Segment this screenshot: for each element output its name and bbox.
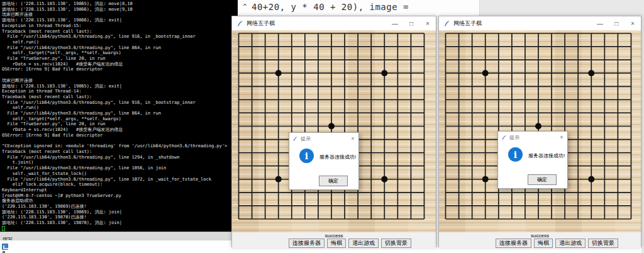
board-grid (232, 30, 436, 232)
window-titlebar[interactable]: 网络五子棋 — □ × (439, 16, 641, 30)
status-text: success (439, 232, 641, 239)
code-editor-strip[interactable]: ^ 40+20, y * 40 + 20), image = (238, 0, 480, 16)
terminal-cursor (2, 226, 5, 231)
info-icon: i (299, 149, 314, 163)
window-title: 网络五子棋 (453, 20, 482, 28)
game-board[interactable]: 提示 × i 服务器连接成功! 确定 (232, 30, 436, 232)
ok-button[interactable]: 确定 (319, 176, 348, 186)
tk-feather-icon (292, 136, 298, 142)
close-button[interactable]: × (625, 16, 641, 30)
close-button[interactable]: × (419, 16, 436, 30)
terminal-output: 源地址: ('220.115.183.130', 19865), 消息: mov… (0, 0, 238, 226)
maximize-button[interactable]: □ (403, 16, 419, 30)
undo-move-button[interactable]: 悔棋 (327, 239, 346, 248)
gomoku-window-2: 网络五子棋 — □ × 提示 × i 服务器连接成功! 确定 success (438, 16, 641, 247)
desktop-background (480, 0, 644, 16)
window-titlebar[interactable]: 网络五子棋 — □ × (232, 16, 436, 30)
compose-titlebar[interactable]: 撰写 (0, 232, 238, 240)
dialog-titlebar[interactable]: 提示 × (289, 133, 358, 144)
maximize-button[interactable]: □ (608, 16, 625, 30)
undo-move-button[interactable]: 悔棋 (534, 239, 553, 248)
tk-feather-icon (501, 135, 507, 140)
dialog-title: 提示 (509, 134, 519, 141)
connect-server-button[interactable]: 连接服务器 (496, 239, 531, 248)
editor-code-line: 40+20, y * 40 + 20), image = (252, 2, 409, 12)
gomoku-window-1: 网络五子棋 — □ × 提示 × i 服务器连接成功! 确定 success (231, 16, 436, 247)
info-icon: i (508, 147, 523, 162)
ok-button[interactable]: 确定 (528, 174, 557, 185)
minimize-button[interactable]: — (387, 16, 403, 30)
desktop-background-edge (641, 16, 644, 253)
window-title: 网络五子棋 (247, 20, 275, 28)
tk-feather-icon (236, 20, 243, 27)
terminal-window[interactable]: 源地址: ('220.115.183.130', 19865), 消息: mov… (0, 0, 238, 232)
editor-caret: ^ (243, 3, 247, 11)
dialog-close-icon[interactable]: × (556, 132, 567, 143)
dialog-message: 服务器连接成功! (319, 154, 356, 160)
dialog-message: 服务器连接成功! (528, 152, 565, 159)
exit-game-button[interactable]: 退出游戏 (348, 239, 379, 248)
exit-game-button[interactable]: 退出游戏 (555, 239, 586, 248)
game-board[interactable]: 提示 × i 服务器连接成功! 确定 (439, 30, 641, 232)
dialog-titlebar[interactable]: 提示 × (498, 132, 567, 143)
status-bar: success 连接服务器 悔棋 退出游戏 切换背景 (232, 232, 436, 248)
dialog-title: 提示 (301, 135, 311, 142)
compose-body[interactable] (0, 240, 238, 253)
switch-background-button[interactable]: 切换背景 (381, 239, 411, 248)
image-attachment-icon[interactable] (2, 244, 8, 250)
status-text: success (232, 232, 436, 239)
switch-background-button[interactable]: 切换背景 (588, 239, 618, 248)
status-bar: success 连接服务器 悔棋 退出游戏 切换背景 (439, 232, 641, 248)
connect-server-button[interactable]: 连接服务器 (289, 239, 325, 248)
dialog-close-icon[interactable]: × (347, 133, 358, 144)
message-dialog: 提示 × i 服务器连接成功! 确定 (289, 132, 359, 190)
message-dialog: 提示 × i 服务器连接成功! 确定 (497, 131, 568, 189)
minimize-button[interactable]: — (592, 16, 608, 30)
tk-feather-icon (443, 20, 450, 27)
